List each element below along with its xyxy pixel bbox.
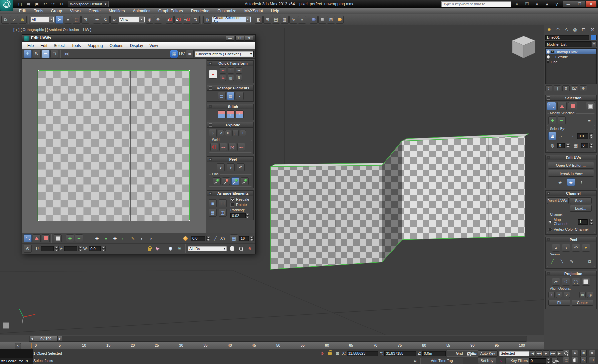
- time-slider-track[interactable]: 0 / 100: [29, 336, 527, 342]
- uv-ring-icon[interactable]: [102, 234, 110, 242]
- align-y-button[interactable]: Y: [556, 292, 562, 298]
- uv-soft-selection-icon[interactable]: [182, 234, 190, 242]
- percent-snap-icon[interactable]: %: [183, 16, 191, 24]
- y-coordinate-field[interactable]: 31.837158: [384, 351, 416, 356]
- cp-pelt-map-icon[interactable]: [582, 244, 590, 252]
- uv-options-icon[interactable]: [186, 50, 194, 58]
- object-color-swatch[interactable]: [591, 35, 597, 40]
- uv-menu-item[interactable]: Mapping: [84, 43, 106, 48]
- expand-icon[interactable]: [547, 60, 549, 63]
- uv-space-vertical-icon[interactable]: [236, 75, 242, 81]
- close-button[interactable]: [585, 1, 597, 7]
- uv-ring-shrink-icon[interactable]: [120, 234, 128, 242]
- viewport-label[interactable]: [ + ] [ Orthographic ] [ Ambient Occlusi…: [13, 28, 91, 32]
- mini-listener-toggle[interactable]: [3, 322, 9, 329]
- previous-frame-button[interactable]: [536, 350, 542, 357]
- go-to-start-button[interactable]: [529, 350, 535, 357]
- angle-snap-icon[interactable]: ∠: [174, 16, 182, 24]
- uv-pack-normalize-icon[interactable]: [209, 199, 217, 207]
- uv-w-field[interactable]: 0.0: [89, 246, 101, 251]
- project-folder-icon[interactable]: [58, 1, 65, 7]
- uv-quick-peel-icon[interactable]: [217, 163, 225, 171]
- cp-matid-spinner[interactable]: [566, 143, 570, 148]
- create-tab-icon[interactable]: [545, 26, 553, 33]
- select-by-name-icon[interactable]: [64, 16, 72, 24]
- uv-move-icon[interactable]: [24, 50, 32, 58]
- favorites-icon[interactable]: [543, 0, 551, 8]
- max-logo[interactable]: [0, 0, 13, 11]
- uv-relax-until-flat-icon[interactable]: [227, 92, 235, 100]
- cp-select-planar-icon[interactable]: [548, 132, 556, 140]
- visibility-bulb-icon[interactable]: [547, 55, 550, 59]
- pan-view-icon[interactable]: [572, 357, 578, 363]
- menu-item[interactable]: Rendering: [187, 8, 213, 14]
- edit-uvws-window[interactable]: Edit UVWs FileEditSelectToolsMappingOpti…: [22, 34, 256, 254]
- rendered-frame-window-icon[interactable]: [327, 16, 335, 24]
- align-to-view-icon[interactable]: [579, 292, 586, 298]
- menu-item[interactable]: Tools: [30, 8, 47, 14]
- uv-explode-edge-icon[interactable]: [225, 130, 231, 136]
- uv-mirror-icon[interactable]: [63, 50, 71, 58]
- menu-item[interactable]: Group: [48, 8, 66, 14]
- cp-smoothing-field[interactable]: 0: [581, 143, 589, 148]
- uv-loop-minus-icon[interactable]: [84, 234, 92, 242]
- minimize-button[interactable]: [563, 1, 574, 7]
- help-icon[interactable]: [553, 0, 561, 8]
- center-button[interactable]: Center: [572, 300, 594, 306]
- next-frame-arrow[interactable]: [58, 336, 62, 341]
- bind-to-spacewarp-icon[interactable]: [19, 16, 27, 24]
- cp-shrink-selection-icon[interactable]: [558, 116, 566, 124]
- x-coordinate-field[interactable]: 21.588623: [347, 351, 378, 356]
- current-frame-spinner[interactable]: [547, 358, 551, 364]
- uv-menu-item[interactable]: Tools: [68, 43, 84, 48]
- add-time-tag[interactable]: Add Time Tag: [420, 358, 463, 364]
- uv-rescale-checkbox[interactable]: [230, 197, 234, 201]
- uv-xy-space-label[interactable]: XY: [220, 236, 226, 241]
- key-mode-dropdown[interactable]: Selected: [499, 351, 534, 356]
- align-x-button[interactable]: X: [548, 292, 555, 298]
- search-input[interactable]: Type a keyword or phrase: [441, 1, 511, 7]
- uv-break-icon[interactable]: [218, 130, 224, 136]
- cp-point-to-point-seam-icon[interactable]: [558, 257, 566, 265]
- render-production-icon[interactable]: [336, 16, 344, 24]
- cp-grow-selection-icon[interactable]: [548, 116, 556, 124]
- tweak-in-view-button[interactable]: Tweak In View: [548, 170, 594, 177]
- material-editor-icon[interactable]: [310, 16, 318, 24]
- cp-reset-peel-icon[interactable]: [572, 244, 580, 252]
- unlink-selection-icon[interactable]: [10, 16, 18, 24]
- uv-rotate-icon[interactable]: [33, 50, 41, 58]
- zoom-icon[interactable]: [563, 350, 569, 356]
- snap-toggle-3d-icon[interactable]: 3: [166, 16, 174, 24]
- go-to-end-button[interactable]: [557, 350, 563, 357]
- zoom-extents-all-icon[interactable]: [589, 350, 595, 356]
- uv-paint-brush-size-icon[interactable]: [138, 234, 146, 242]
- uv-explode-face-icon[interactable]: [232, 130, 239, 136]
- uv-window-titlebar[interactable]: Edit UVWs: [22, 35, 255, 42]
- selection-lock-icon[interactable]: [327, 350, 333, 357]
- cp-element-mode-icon[interactable]: [586, 102, 595, 110]
- uv-reset-peel-icon[interactable]: [237, 163, 245, 171]
- uv-weld-edges-icon[interactable]: [237, 143, 245, 151]
- current-frame-marker[interactable]: [31, 343, 32, 349]
- uv-rescale-elements-icon[interactable]: [209, 209, 217, 217]
- uv-align-horizontal-icon[interactable]: [220, 67, 226, 74]
- uv-menu-item[interactable]: Edit: [37, 43, 50, 48]
- planar-map-icon[interactable]: [552, 278, 560, 286]
- uv-straighten-icon[interactable]: [218, 92, 226, 100]
- menu-item[interactable]: Animation: [129, 8, 154, 14]
- menu-item[interactable]: Create: [85, 8, 104, 14]
- uv-close-button[interactable]: [245, 36, 253, 41]
- uv-unpin-tool-icon[interactable]: [222, 177, 230, 185]
- modifier-list-dropdown[interactable]: Modifier List: [545, 41, 597, 47]
- uv-explode-element-icon[interactable]: [240, 130, 246, 136]
- uv-padding-field[interactable]: 0.02: [230, 213, 246, 218]
- uv-pack-together-icon[interactable]: [219, 209, 227, 217]
- next-frame-button[interactable]: [550, 350, 556, 357]
- uv-stitch-average-icon[interactable]: [227, 110, 235, 118]
- orbit-icon[interactable]: [580, 357, 587, 363]
- show-end-result-icon[interactable]: [554, 85, 561, 91]
- uv-canvas-area[interactable]: Quick Transform Reshape Elements: [22, 59, 255, 233]
- select-and-manipulate-icon[interactable]: [154, 16, 162, 24]
- zoom-region-icon[interactable]: [563, 357, 569, 363]
- cp-angle-spinner[interactable]: [589, 133, 593, 139]
